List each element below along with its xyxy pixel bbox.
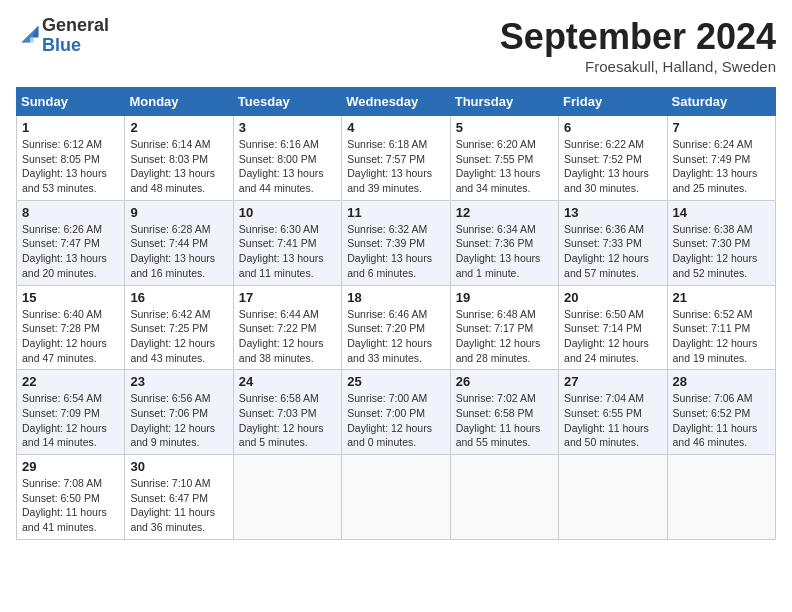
col-header-tuesday: Tuesday — [233, 88, 341, 116]
day-number: 15 — [22, 290, 119, 305]
day-number: 7 — [673, 120, 770, 135]
day-info: Sunrise: 6:14 AMSunset: 8:03 PMDaylight:… — [130, 137, 227, 196]
day-info: Sunrise: 6:24 AMSunset: 7:49 PMDaylight:… — [673, 137, 770, 196]
calendar-cell: 2Sunrise: 6:14 AMSunset: 8:03 PMDaylight… — [125, 116, 233, 201]
day-number: 27 — [564, 374, 661, 389]
logo: General Blue — [16, 16, 109, 56]
calendar-cell: 9Sunrise: 6:28 AMSunset: 7:44 PMDaylight… — [125, 200, 233, 285]
calendar-cell: 24Sunrise: 6:58 AMSunset: 7:03 PMDayligh… — [233, 370, 341, 455]
day-number: 8 — [22, 205, 119, 220]
day-info: Sunrise: 6:26 AMSunset: 7:47 PMDaylight:… — [22, 222, 119, 281]
calendar-cell: 18Sunrise: 6:46 AMSunset: 7:20 PMDayligh… — [342, 285, 450, 370]
calendar-cell: 11Sunrise: 6:32 AMSunset: 7:39 PMDayligh… — [342, 200, 450, 285]
day-info: Sunrise: 6:32 AMSunset: 7:39 PMDaylight:… — [347, 222, 444, 281]
calendar-cell: 6Sunrise: 6:22 AMSunset: 7:52 PMDaylight… — [559, 116, 667, 201]
day-number: 28 — [673, 374, 770, 389]
calendar-cell: 14Sunrise: 6:38 AMSunset: 7:30 PMDayligh… — [667, 200, 775, 285]
calendar-week-1: 1Sunrise: 6:12 AMSunset: 8:05 PMDaylight… — [17, 116, 776, 201]
calendar-cell — [342, 455, 450, 540]
calendar-cell: 5Sunrise: 6:20 AMSunset: 7:55 PMDaylight… — [450, 116, 558, 201]
day-number: 25 — [347, 374, 444, 389]
location: Froesakull, Halland, Sweden — [500, 58, 776, 75]
calendar-cell: 13Sunrise: 6:36 AMSunset: 7:33 PMDayligh… — [559, 200, 667, 285]
day-number: 6 — [564, 120, 661, 135]
day-info: Sunrise: 6:34 AMSunset: 7:36 PMDaylight:… — [456, 222, 553, 281]
day-number: 21 — [673, 290, 770, 305]
day-info: Sunrise: 7:10 AMSunset: 6:47 PMDaylight:… — [130, 476, 227, 535]
calendar-cell: 25Sunrise: 7:00 AMSunset: 7:00 PMDayligh… — [342, 370, 450, 455]
calendar-cell — [667, 455, 775, 540]
day-info: Sunrise: 6:30 AMSunset: 7:41 PMDaylight:… — [239, 222, 336, 281]
day-number: 14 — [673, 205, 770, 220]
calendar-cell: 19Sunrise: 6:48 AMSunset: 7:17 PMDayligh… — [450, 285, 558, 370]
day-info: Sunrise: 6:56 AMSunset: 7:06 PMDaylight:… — [130, 391, 227, 450]
day-number: 26 — [456, 374, 553, 389]
day-info: Sunrise: 7:00 AMSunset: 7:00 PMDaylight:… — [347, 391, 444, 450]
day-number: 20 — [564, 290, 661, 305]
calendar-cell: 17Sunrise: 6:44 AMSunset: 7:22 PMDayligh… — [233, 285, 341, 370]
calendar-cell — [233, 455, 341, 540]
calendar-week-5: 29Sunrise: 7:08 AMSunset: 6:50 PMDayligh… — [17, 455, 776, 540]
day-info: Sunrise: 6:22 AMSunset: 7:52 PMDaylight:… — [564, 137, 661, 196]
page-header: General Blue September 2024 Froesakull, … — [16, 16, 776, 75]
calendar-cell: 27Sunrise: 7:04 AMSunset: 6:55 PMDayligh… — [559, 370, 667, 455]
calendar-cell: 28Sunrise: 7:06 AMSunset: 6:52 PMDayligh… — [667, 370, 775, 455]
day-info: Sunrise: 6:38 AMSunset: 7:30 PMDaylight:… — [673, 222, 770, 281]
day-info: Sunrise: 6:46 AMSunset: 7:20 PMDaylight:… — [347, 307, 444, 366]
col-header-sunday: Sunday — [17, 88, 125, 116]
day-info: Sunrise: 6:48 AMSunset: 7:17 PMDaylight:… — [456, 307, 553, 366]
col-header-thursday: Thursday — [450, 88, 558, 116]
day-info: Sunrise: 6:36 AMSunset: 7:33 PMDaylight:… — [564, 222, 661, 281]
day-info: Sunrise: 6:20 AMSunset: 7:55 PMDaylight:… — [456, 137, 553, 196]
day-info: Sunrise: 6:52 AMSunset: 7:11 PMDaylight:… — [673, 307, 770, 366]
calendar-cell: 7Sunrise: 6:24 AMSunset: 7:49 PMDaylight… — [667, 116, 775, 201]
day-number: 9 — [130, 205, 227, 220]
title-block: September 2024 Froesakull, Halland, Swed… — [500, 16, 776, 75]
col-header-saturday: Saturday — [667, 88, 775, 116]
day-info: Sunrise: 6:18 AMSunset: 7:57 PMDaylight:… — [347, 137, 444, 196]
day-info: Sunrise: 6:42 AMSunset: 7:25 PMDaylight:… — [130, 307, 227, 366]
calendar-cell: 3Sunrise: 6:16 AMSunset: 8:00 PMDaylight… — [233, 116, 341, 201]
calendar-cell: 12Sunrise: 6:34 AMSunset: 7:36 PMDayligh… — [450, 200, 558, 285]
day-info: Sunrise: 6:54 AMSunset: 7:09 PMDaylight:… — [22, 391, 119, 450]
day-number: 12 — [456, 205, 553, 220]
calendar-cell: 30Sunrise: 7:10 AMSunset: 6:47 PMDayligh… — [125, 455, 233, 540]
calendar-cell: 22Sunrise: 6:54 AMSunset: 7:09 PMDayligh… — [17, 370, 125, 455]
day-number: 19 — [456, 290, 553, 305]
day-number: 4 — [347, 120, 444, 135]
calendar-week-4: 22Sunrise: 6:54 AMSunset: 7:09 PMDayligh… — [17, 370, 776, 455]
day-number: 13 — [564, 205, 661, 220]
calendar-cell: 4Sunrise: 6:18 AMSunset: 7:57 PMDaylight… — [342, 116, 450, 201]
day-number: 29 — [22, 459, 119, 474]
day-info: Sunrise: 7:02 AMSunset: 6:58 PMDaylight:… — [456, 391, 553, 450]
calendar-cell — [559, 455, 667, 540]
calendar-cell — [450, 455, 558, 540]
month-title: September 2024 — [500, 16, 776, 58]
day-info: Sunrise: 7:06 AMSunset: 6:52 PMDaylight:… — [673, 391, 770, 450]
col-header-monday: Monday — [125, 88, 233, 116]
calendar-cell: 26Sunrise: 7:02 AMSunset: 6:58 PMDayligh… — [450, 370, 558, 455]
calendar-cell: 21Sunrise: 6:52 AMSunset: 7:11 PMDayligh… — [667, 285, 775, 370]
day-info: Sunrise: 6:44 AMSunset: 7:22 PMDaylight:… — [239, 307, 336, 366]
day-info: Sunrise: 6:50 AMSunset: 7:14 PMDaylight:… — [564, 307, 661, 366]
calendar-cell: 20Sunrise: 6:50 AMSunset: 7:14 PMDayligh… — [559, 285, 667, 370]
logo-icon — [18, 22, 42, 46]
logo-general: General — [42, 15, 109, 35]
day-number: 17 — [239, 290, 336, 305]
day-number: 1 — [22, 120, 119, 135]
day-info: Sunrise: 7:08 AMSunset: 6:50 PMDaylight:… — [22, 476, 119, 535]
day-info: Sunrise: 6:16 AMSunset: 8:00 PMDaylight:… — [239, 137, 336, 196]
calendar-cell: 15Sunrise: 6:40 AMSunset: 7:28 PMDayligh… — [17, 285, 125, 370]
day-number: 18 — [347, 290, 444, 305]
calendar-cell: 1Sunrise: 6:12 AMSunset: 8:05 PMDaylight… — [17, 116, 125, 201]
day-info: Sunrise: 7:04 AMSunset: 6:55 PMDaylight:… — [564, 391, 661, 450]
day-info: Sunrise: 6:40 AMSunset: 7:28 PMDaylight:… — [22, 307, 119, 366]
logo-blue: Blue — [42, 35, 81, 55]
calendar-table: SundayMondayTuesdayWednesdayThursdayFrid… — [16, 87, 776, 540]
col-header-wednesday: Wednesday — [342, 88, 450, 116]
day-info: Sunrise: 6:58 AMSunset: 7:03 PMDaylight:… — [239, 391, 336, 450]
day-number: 23 — [130, 374, 227, 389]
day-number: 2 — [130, 120, 227, 135]
day-number: 24 — [239, 374, 336, 389]
day-number: 3 — [239, 120, 336, 135]
